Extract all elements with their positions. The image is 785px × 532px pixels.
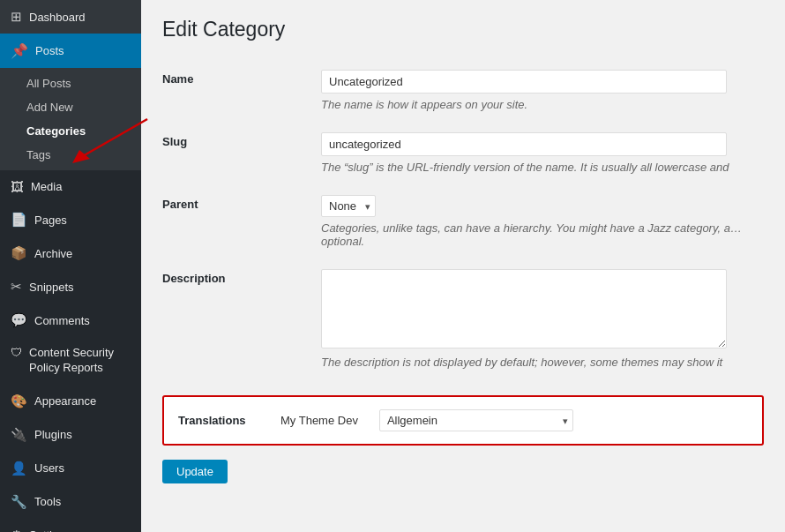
plugins-icon: 🔌 xyxy=(11,427,27,443)
description-label: Description xyxy=(162,259,321,379)
sidebar-label-posts: Posts xyxy=(35,44,64,57)
sidebar-label-media: Media xyxy=(31,180,62,193)
media-icon: 🖼 xyxy=(11,179,24,194)
description-hint: The description is not displayed by defa… xyxy=(321,356,764,369)
sidebar-label-settings: Settings xyxy=(29,528,71,532)
posts-submenu: All Posts Add New Categories Tags xyxy=(0,68,141,170)
settings-icon: ⚙ xyxy=(11,528,22,532)
translations-box: Translations My Theme Dev Allgemein Gene… xyxy=(162,395,764,446)
edit-category-form: Name The name is how it appears on your … xyxy=(162,59,764,379)
sidebar-item-comments[interactable]: 💬 Comments xyxy=(0,303,141,337)
sidebar-item-media[interactable]: 🖼 Media xyxy=(0,170,141,203)
sidebar-item-settings[interactable]: ⚙ Settings xyxy=(0,519,141,532)
csp-icon: 🛡 xyxy=(11,346,22,359)
slug-description: The “slug” is the URL-friendly version o… xyxy=(321,161,764,174)
sidebar-label-pages: Pages xyxy=(34,214,67,227)
tools-icon: 🔧 xyxy=(11,494,27,510)
sidebar-item-add-new[interactable]: Add New xyxy=(0,95,141,119)
name-input[interactable] xyxy=(321,70,727,94)
translations-label: Translations xyxy=(178,414,266,427)
description-field-cell: The description is not displayed by defa… xyxy=(321,259,764,379)
sidebar-label-tools: Tools xyxy=(34,495,61,508)
posts-icon: 📌 xyxy=(11,42,28,59)
sidebar-label-comments: Comments xyxy=(34,314,90,327)
translations-select[interactable]: Allgemein General Uncategorized xyxy=(379,409,573,431)
page-title: Edit Category xyxy=(162,18,764,41)
sidebar-item-appearance[interactable]: 🎨 Appearance xyxy=(0,385,141,418)
sidebar-label-csp: Content Security Policy Reports xyxy=(29,346,131,376)
parent-label: Parent xyxy=(162,184,321,259)
pages-icon: 📄 xyxy=(11,212,27,228)
sidebar-label-users: Users xyxy=(34,461,64,475)
name-field-cell: The name is how it appears on your site. xyxy=(321,59,764,122)
sidebar-item-all-posts[interactable]: All Posts xyxy=(0,71,141,95)
parent-description: Categories, unlike tags, can have a hier… xyxy=(321,221,764,248)
sidebar-item-dashboard[interactable]: ⊞ Dashboard xyxy=(0,0,141,34)
translations-theme-label: My Theme Dev xyxy=(280,414,358,427)
sidebar-item-plugins[interactable]: 🔌 Plugins xyxy=(0,418,141,452)
sidebar-item-tags[interactable]: Tags xyxy=(0,143,141,167)
description-row: Description The description is not displ… xyxy=(162,259,764,379)
name-description: The name is how it appears on your site. xyxy=(321,98,764,111)
parent-row: Parent None Categories, unlike tags, can… xyxy=(162,184,764,259)
snippets-icon: ✂ xyxy=(11,279,22,295)
description-textarea[interactable] xyxy=(321,269,727,348)
sidebar-label-appearance: Appearance xyxy=(34,394,96,408)
translations-select-wrapper: Allgemein General Uncategorized xyxy=(379,409,573,431)
comments-icon: 💬 xyxy=(11,312,27,328)
sidebar-label-dashboard: Dashboard xyxy=(29,11,86,24)
archive-icon: 📦 xyxy=(11,245,27,261)
sidebar-label-snippets: Snippets xyxy=(29,281,74,294)
slug-field-cell: The “slug” is the URL-friendly version o… xyxy=(321,122,764,184)
main-content: Edit Category Name The name is how it ap… xyxy=(141,0,785,532)
sidebar-label-plugins: Plugins xyxy=(34,428,72,441)
sidebar-item-archive[interactable]: 📦 Archive xyxy=(0,236,141,270)
users-icon: 👤 xyxy=(11,461,27,476)
appearance-icon: 🎨 xyxy=(11,393,27,409)
parent-select-wrapper: None xyxy=(321,195,376,217)
update-button[interactable]: Update xyxy=(162,460,228,483)
parent-field-cell: None Categories, unlike tags, can have a… xyxy=(321,184,764,259)
sidebar-item-tools[interactable]: 🔧 Tools xyxy=(0,485,141,519)
sidebar-item-categories[interactable]: Categories xyxy=(0,119,141,143)
slug-row: Slug The “slug” is the URL-friendly vers… xyxy=(162,122,764,184)
sidebar-label-archive: Archive xyxy=(34,247,72,260)
parent-select[interactable]: None xyxy=(321,195,376,217)
name-row: Name The name is how it appears on your … xyxy=(162,59,764,122)
sidebar: ⊞ Dashboard 📌 Posts All Posts Add New Ca… xyxy=(0,0,141,532)
sidebar-item-users[interactable]: 👤 Users xyxy=(0,452,141,485)
sidebar-item-snippets[interactable]: ✂ Snippets xyxy=(0,270,141,303)
name-label: Name xyxy=(162,59,321,122)
slug-label: Slug xyxy=(162,122,321,184)
dashboard-icon: ⊞ xyxy=(11,9,22,25)
sidebar-item-posts[interactable]: 📌 Posts xyxy=(0,34,141,68)
sidebar-item-csp[interactable]: 🛡 Content Security Policy Reports xyxy=(0,337,141,385)
sidebar-item-pages[interactable]: 📄 Pages xyxy=(0,203,141,236)
slug-input[interactable] xyxy=(321,132,727,156)
